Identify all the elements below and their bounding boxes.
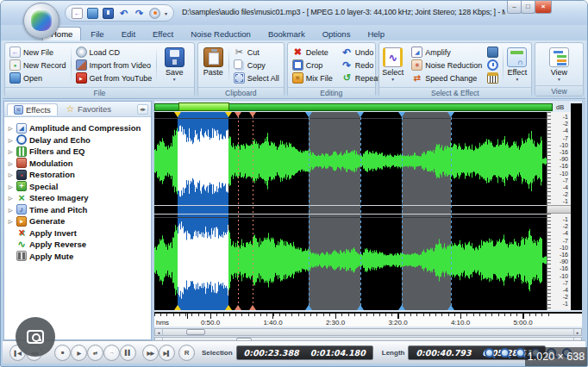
scrollbar-thumb[interactable] (186, 329, 205, 335)
keys-tool-button[interactable] (485, 72, 500, 84)
selection-end-handle-icon[interactable] (225, 112, 232, 117)
tab-file[interactable]: File (83, 28, 111, 40)
record-button[interactable]: R (178, 345, 195, 361)
qat-new-icon[interactable] (72, 8, 83, 19)
load-cd-button[interactable]: Load CD (74, 46, 154, 59)
stop-button[interactable]: ■ (54, 345, 71, 361)
region-edge-handle-icon[interactable] (447, 305, 454, 310)
application-menu-button[interactable] (23, 3, 59, 39)
timer-tool-button[interactable] (485, 59, 500, 72)
go-to-end-button[interactable]: ▶▌ (159, 345, 175, 361)
expand-arrow-icon[interactable]: ▷ (7, 125, 14, 131)
device-tool-button[interactable] (485, 46, 500, 59)
overview-strip[interactable] (154, 103, 553, 111)
zoom-out-icon[interactable] (500, 348, 510, 358)
qat-burn-icon[interactable] (149, 8, 160, 19)
new-record-button[interactable]: New Record (8, 59, 68, 72)
region-edge-handle-icon[interactable] (305, 305, 312, 310)
qat-redo-icon[interactable] (134, 8, 145, 19)
amplify-button[interactable]: Amplify (410, 46, 484, 59)
tree-item-special[interactable]: ▷Special (7, 181, 150, 193)
tree-item-delay[interactable]: ▷Delay and Echo (7, 134, 150, 146)
tree-item-apply-invert[interactable]: Apply Invert (7, 227, 150, 239)
crop-button[interactable]: Crop (291, 59, 335, 72)
mix-file-button[interactable]: Mix File (291, 72, 335, 84)
region-edge-handle-icon[interactable] (398, 112, 405, 117)
selection-start-handle-icon[interactable] (174, 112, 181, 117)
paste-button[interactable]: Paste (201, 45, 226, 85)
tree-item-apply-mute[interactable]: Apply Mute (7, 251, 150, 263)
delete-button[interactable]: Delete (291, 46, 335, 59)
tree-item-stereo[interactable]: ▷Stereo Imagery (7, 192, 150, 204)
minimize-button[interactable]: – (507, 1, 522, 14)
copy-button[interactable]: Copy (232, 59, 281, 72)
tab-effect[interactable]: Effect (145, 28, 181, 40)
fast-forward-button[interactable]: ▶▶ (142, 345, 159, 361)
region-edge-handle-icon[interactable] (398, 305, 405, 310)
pause-button[interactable]: ▌▌ (120, 345, 136, 361)
marker-handle-icon[interactable] (235, 305, 241, 310)
maximize-button[interactable]: □ (521, 1, 535, 14)
tab-noise-reduction[interactable]: Noise Reduction (183, 28, 259, 40)
waveform-canvas[interactable] (154, 112, 547, 310)
close-button[interactable]: × (535, 1, 552, 14)
loop-button[interactable]: ⇄ (87, 345, 103, 361)
redo-button[interactable]: Redo (340, 59, 382, 72)
tree-item-modulation[interactable]: ▷Modulation (7, 158, 150, 170)
get-from-youtube-button[interactable]: Get from YouTube (74, 72, 154, 84)
select-button[interactable]: Select ▾ (382, 45, 404, 85)
tree-item-restoration[interactable]: ▷Restoration (7, 169, 150, 181)
tree-item-filters[interactable]: ▷Filters and EQ (7, 146, 150, 158)
tab-favorites[interactable]: Favorites (59, 103, 117, 115)
qat-open-icon[interactable] (87, 8, 98, 19)
save-button[interactable]: Save ▾ (160, 45, 189, 85)
expand-arrow-icon[interactable]: ▷ (7, 137, 14, 143)
marker-handle-icon[interactable] (249, 305, 256, 310)
region-edge-handle-icon[interactable] (357, 305, 364, 310)
tab-effects[interactable]: Effects (7, 103, 58, 115)
expand-arrow-icon[interactable]: ▷ (7, 207, 14, 213)
cut-button[interactable]: Cut (232, 46, 281, 59)
view-button[interactable]: View ▾ (544, 45, 573, 84)
speed-change-button[interactable]: Speed Change (410, 72, 484, 84)
timeline-ruler[interactable]: hms 0:50.01:40.02:30.03:20.04:10.05:00.0 (154, 312, 582, 327)
selection-end-handle-icon[interactable] (225, 305, 232, 310)
tree-item-time-pitch[interactable]: ▷Time and Pitch (7, 204, 150, 216)
expand-arrow-icon[interactable]: ▷ (7, 184, 14, 190)
zoom-in-icon[interactable] (485, 348, 494, 358)
noise-reduction-button[interactable]: Noise Reduction (410, 59, 484, 72)
region-edge-handle-icon[interactable] (357, 112, 364, 117)
import-from-video-button[interactable]: Import from Video (74, 59, 154, 72)
expand-arrow-icon[interactable]: ▷ (7, 218, 14, 224)
tree-item-apply-reverse[interactable]: Apply Reverse (7, 239, 150, 251)
tab-help[interactable]: Help (360, 28, 392, 40)
marker-handle-icon[interactable] (249, 112, 256, 117)
scroll-left-icon[interactable]: ◂ (155, 329, 163, 335)
qat-undo-icon[interactable] (118, 8, 129, 19)
tab-edit[interactable]: Edit (114, 28, 143, 40)
undo-button[interactable]: Undo (340, 46, 382, 59)
overview-selection[interactable] (178, 103, 229, 111)
scroll-right-icon[interactable]: ▸ (573, 329, 581, 335)
select-all-button[interactable]: Select All (232, 72, 281, 84)
google-lens-icon[interactable] (16, 317, 55, 357)
qat-dropdown-icon[interactable]: ▾ (165, 10, 167, 16)
repeat-button[interactable]: Repeat (340, 72, 382, 84)
selection-start-handle-icon[interactable] (174, 305, 181, 310)
expand-arrow-icon[interactable]: ▷ (7, 171, 14, 177)
horizontal-scrollbar-1[interactable]: ◂ ▸ (154, 328, 582, 336)
qat-save-icon[interactable] (103, 8, 114, 19)
zoom-selection-icon[interactable] (516, 348, 525, 358)
tree-item-amplitude[interactable]: ▷Amplitude and Compression (7, 122, 150, 134)
marker-handle-icon[interactable] (235, 112, 241, 117)
effect-button[interactable]: Effect ▾ (506, 45, 529, 85)
expand-arrow-icon[interactable]: ▷ (7, 148, 14, 154)
region-edge-handle-icon[interactable] (447, 112, 454, 117)
tree-item-generate[interactable]: ▷Generate (7, 215, 150, 227)
open-button[interactable]: Open (8, 72, 68, 84)
play-selection-button[interactable]: → (103, 345, 120, 361)
tab-bookmark[interactable]: Bookmark (260, 28, 313, 40)
play-button[interactable]: ▶ (71, 345, 87, 361)
expand-arrow-icon[interactable]: ▷ (7, 195, 14, 201)
panel-nav-arrows-icon[interactable]: ◂▸ (137, 104, 148, 115)
